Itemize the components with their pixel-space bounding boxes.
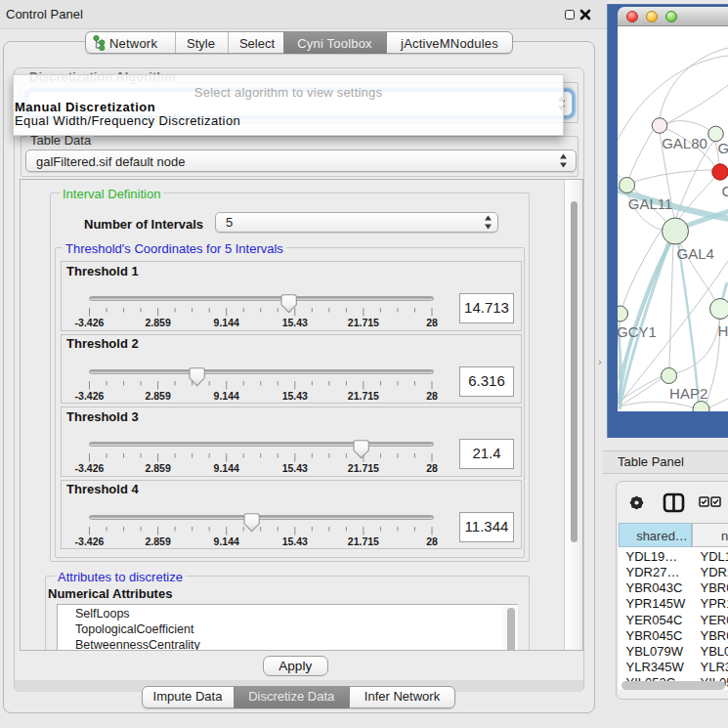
svg-text:15.43: 15.43 xyxy=(282,462,308,474)
svg-text:21.715: 21.715 xyxy=(348,535,379,546)
svg-text:15.43: 15.43 xyxy=(282,389,308,401)
svg-text:GAL4: GAL4 xyxy=(677,245,714,262)
svg-text:9.144: 9.144 xyxy=(214,389,239,401)
svg-text:28: 28 xyxy=(426,462,438,474)
svg-text:2.859: 2.859 xyxy=(145,317,170,328)
svg-text:HAP2: HAP2 xyxy=(669,385,707,402)
svg-text:-3.426: -3.426 xyxy=(75,389,105,401)
svg-text:-3.426: -3.426 xyxy=(75,317,105,328)
svg-text:9.144: 9.144 xyxy=(214,535,239,546)
svg-text:28: 28 xyxy=(426,535,438,546)
svg-text:2.859: 2.859 xyxy=(145,462,170,474)
svg-text:9.144: 9.144 xyxy=(214,462,239,474)
svg-text:15.43: 15.43 xyxy=(282,317,308,328)
svg-text:GAL: GAL xyxy=(718,140,728,156)
svg-text:H: H xyxy=(718,322,728,339)
svg-text:2.859: 2.859 xyxy=(145,389,170,401)
svg-text:21.715: 21.715 xyxy=(348,462,379,474)
svg-text:GAL80: GAL80 xyxy=(662,135,707,151)
svg-text:2.859: 2.859 xyxy=(145,535,170,546)
svg-text:GAL11: GAL11 xyxy=(628,195,673,212)
svg-text:C: C xyxy=(721,183,728,199)
svg-text:21.715: 21.715 xyxy=(348,317,379,328)
svg-text:28: 28 xyxy=(426,389,438,401)
svg-text:21.715: 21.715 xyxy=(348,389,379,401)
svg-text:-3.426: -3.426 xyxy=(75,462,105,474)
svg-text:28: 28 xyxy=(426,317,438,328)
svg-text:GCY1: GCY1 xyxy=(618,323,657,340)
svg-text:15.43: 15.43 xyxy=(282,535,308,546)
svg-text:9.144: 9.144 xyxy=(214,317,239,328)
svg-text:-3.426: -3.426 xyxy=(75,535,105,546)
